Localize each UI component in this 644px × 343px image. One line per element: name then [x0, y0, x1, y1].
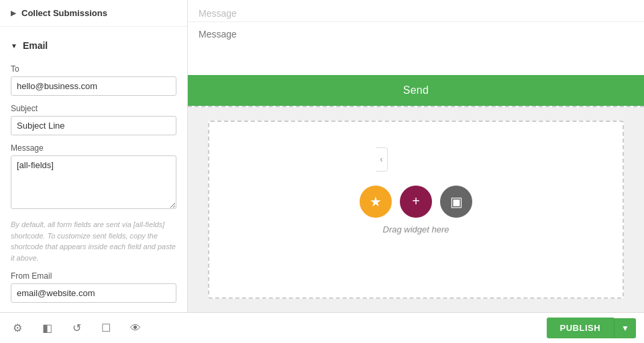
- plus-widget-icon[interactable]: +: [400, 186, 432, 218]
- gear-icon[interactable]: ⚙: [8, 319, 27, 338]
- subject-label: Subject: [11, 104, 176, 113]
- preview-message-label: Message: [188, 0, 644, 21]
- send-button-row: Send: [188, 75, 644, 106]
- publish-dropdown-button[interactable]: ▼: [614, 318, 636, 338]
- layers-icon[interactable]: ◧: [38, 319, 56, 338]
- sidebar: ▶ Collect Submissions ▼ Email To Subject…: [0, 0, 188, 312]
- bottom-toolbar: ⚙ ◧ ↺ ☐ 👁 PUBLISH ▼: [0, 312, 644, 343]
- main-content: Message Send ‹ ★ + ▣ Drag widget here: [188, 0, 644, 312]
- chat-icon[interactable]: ☐: [97, 319, 115, 338]
- collect-submissions-label: Collect Submissions: [21, 8, 107, 18]
- square-widget-icon[interactable]: ▣: [440, 186, 472, 218]
- collapse-toggle[interactable]: ‹: [376, 147, 388, 172]
- drag-label: Drag widget here: [383, 224, 449, 234]
- email-label: Email: [23, 40, 48, 51]
- send-button[interactable]: Send: [188, 75, 644, 106]
- hint-text: By default, all form fields are sent via…: [11, 219, 176, 263]
- message-field-group: Message [all-fields]: [11, 143, 176, 211]
- history-icon[interactable]: ↺: [67, 319, 86, 338]
- email-section: ▼ Email To Subject Message [all-fields] …: [0, 27, 187, 312]
- widget-icons: ★ + ▣: [360, 186, 472, 218]
- email-arrow: ▼: [11, 42, 17, 50]
- eye-icon[interactable]: 👁: [126, 319, 145, 338]
- from-email-input[interactable]: [11, 283, 176, 303]
- collect-submissions-arrow: ▶: [11, 9, 16, 17]
- to-field-group: To: [11, 64, 176, 96]
- subject-field-group: Subject: [11, 104, 176, 135]
- message-textarea[interactable]: [all-fields]: [11, 155, 176, 209]
- collect-submissions-header[interactable]: ▶ Collect Submissions: [0, 0, 187, 27]
- form-preview: Message Send: [188, 0, 644, 107]
- preview-message-input[interactable]: [188, 21, 644, 75]
- to-label: To: [11, 64, 176, 74]
- widget-dropzone[interactable]: ★ + ▣ Drag widget here: [208, 121, 624, 299]
- publish-btn-group: PUBLISH ▼: [547, 318, 636, 338]
- subject-input[interactable]: [11, 116, 176, 135]
- star-widget-icon[interactable]: ★: [360, 186, 392, 218]
- from-email-label: From Email: [11, 271, 176, 281]
- to-input[interactable]: [11, 76, 176, 96]
- publish-button[interactable]: PUBLISH: [547, 318, 614, 338]
- email-section-header[interactable]: ▼ Email: [11, 35, 176, 56]
- message-label: Message: [11, 143, 176, 153]
- from-email-field-group: From Email: [11, 271, 176, 303]
